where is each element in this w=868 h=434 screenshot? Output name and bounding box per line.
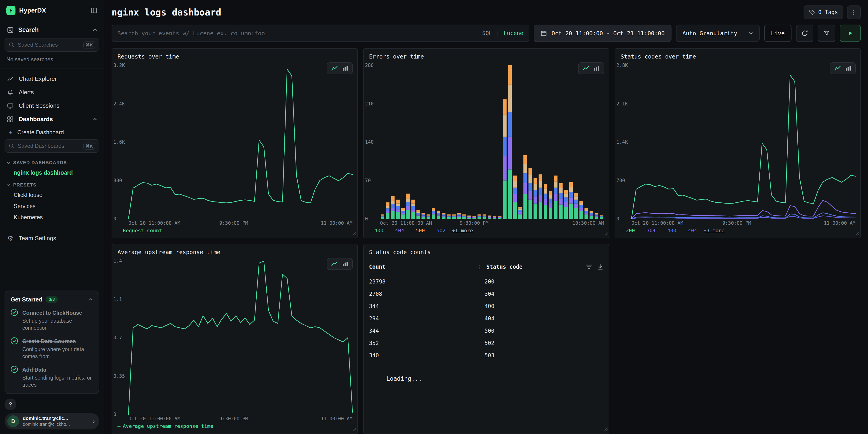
sidebar-item-kubernetes[interactable]: Kubernetes: [0, 212, 104, 223]
date-range-value: Oct 20 11:00:00 - Oct 21 11:00:00: [552, 30, 665, 37]
column-header-status-code[interactable]: Status code: [486, 264, 586, 270]
live-button[interactable]: Live: [764, 25, 792, 42]
lucene-toggle[interactable]: Lucene: [504, 30, 524, 36]
axis-label: 9:30:00 PM: [219, 416, 248, 422]
chevron-up-icon: [88, 297, 93, 302]
resize-handle[interactable]: [603, 228, 608, 237]
axis-label: 0: [616, 216, 619, 222]
user-menu[interactable]: D dominic.tran@clic... dominic.tran@clic…: [5, 413, 99, 429]
chart-type-toggle[interactable]: [327, 62, 353, 74]
event-search-box[interactable]: SQL | Lucene: [112, 25, 529, 42]
main-header: nginx logs dashboard 0 Tags ⋮: [112, 5, 861, 19]
create-dashboard-button[interactable]: + Create Dashboard: [0, 126, 104, 139]
line-chart-icon[interactable]: [583, 66, 589, 71]
granularity-select[interactable]: Auto Granularity: [676, 25, 760, 42]
avg-upstream-chart[interactable]: 00.350.71.11.4Oct 20 11:00:00 AM9:30:00 …: [112, 256, 357, 422]
filter-rows-icon[interactable]: [586, 264, 592, 270]
presets-group[interactable]: PRESETS: [0, 178, 104, 189]
tags-button[interactable]: 0 Tags: [804, 5, 843, 19]
filter-button[interactable]: [818, 25, 835, 42]
axis-label: 0.7: [114, 335, 122, 340]
axis-label: 0.35: [114, 373, 125, 379]
get-started-item[interactable]: Connect to ClickHouse Set up your databa…: [10, 308, 93, 332]
sidebar-item-clickhouse[interactable]: ClickHouse: [0, 189, 104, 200]
saved-dashboards-search[interactable]: ⌘K: [5, 139, 99, 153]
line-chart-icon[interactable]: [331, 261, 338, 267]
get-started-header[interactable]: Get Started 3/3: [10, 296, 93, 303]
sidebar-item-team-settings[interactable]: ⚙ Team Settings: [0, 230, 104, 246]
sidebar-item-services[interactable]: Services: [0, 200, 104, 212]
legend-item: —500: [410, 228, 425, 234]
saved-searches-search[interactable]: ⌘K: [5, 38, 99, 52]
sql-toggle[interactable]: SQL: [482, 30, 492, 36]
table-row: 352502: [364, 337, 609, 349]
get-started-item[interactable]: Create Data Sources Configure where your…: [10, 337, 93, 360]
refresh-button[interactable]: [796, 25, 813, 42]
check-circle-icon: [10, 337, 18, 345]
resize-handle[interactable]: [352, 424, 356, 433]
axis-label: 1.6K: [114, 140, 125, 145]
axis-label: Oct 20 11:00:00 AM: [631, 220, 683, 226]
requests-chart[interactable]: 08001.6K2.4K3.2KOct 20 11:00:00 AM9:30:0…: [112, 61, 357, 226]
group-label-text: SAVED DASHBOARDS: [13, 160, 67, 165]
sidebar-item-alerts[interactable]: Alerts: [0, 86, 104, 99]
date-range-picker[interactable]: Oct 20 11:00:00 - Oct 21 11:00:00: [534, 25, 672, 42]
event-search-input[interactable]: [118, 30, 478, 37]
axis-label: 0: [365, 216, 368, 222]
bar-chart-icon[interactable]: [342, 66, 348, 71]
saved-searches-input[interactable]: [18, 42, 80, 48]
bar-chart-icon[interactable]: [845, 66, 851, 71]
axis-label: 280: [365, 63, 374, 68]
sidebar-item-client-sessions[interactable]: Client Sessions: [0, 99, 104, 113]
resize-handle[interactable]: [603, 424, 608, 433]
download-icon[interactable]: [597, 264, 603, 270]
collapse-sidebar-icon[interactable]: [91, 7, 97, 14]
search-section-header[interactable]: Search: [0, 21, 104, 38]
legend-more-link[interactable]: +1 more: [452, 228, 473, 234]
bar-chart-icon[interactable]: [342, 261, 348, 267]
legend-item: —400: [662, 228, 676, 234]
refresh-icon: [801, 30, 808, 37]
line-chart-icon[interactable]: [331, 66, 338, 71]
sidebar-item-nginx-logs-dashboard[interactable]: nginx logs dashboard: [0, 167, 104, 178]
run-query-button[interactable]: [840, 25, 861, 42]
granularity-value: Auto Granularity: [682, 30, 737, 37]
sidebar-item-dashboards[interactable]: Dashboards: [0, 113, 104, 126]
status-codes-chart[interactable]: 07001.4K2.1K2.8KOct 20 11:00:00 AM9:30:0…: [615, 61, 860, 226]
check-circle-icon: [10, 309, 18, 316]
legend-item: —404: [683, 228, 697, 234]
panel-title: Average upstream response time: [112, 244, 357, 256]
count-cell: 344: [369, 303, 485, 309]
resize-handle[interactable]: [855, 228, 859, 237]
saved-dashboards-input[interactable]: [18, 143, 80, 149]
chart-legend: —Average upstream response time: [112, 422, 357, 434]
get-started-item[interactable]: Add Data Start sending logs, metrics, or…: [10, 365, 93, 389]
nav-label: Chart Explorer: [19, 75, 57, 83]
column-drag-handle[interactable]: ⋮: [477, 264, 482, 270]
column-header-count[interactable]: Count: [369, 264, 477, 270]
axis-label: 800: [114, 178, 122, 183]
legend-more-link[interactable]: +3 more: [703, 228, 724, 234]
chart-type-toggle[interactable]: [327, 258, 353, 270]
get-started-item-desc: Set up your database connection: [22, 317, 93, 332]
table-row: 340503: [364, 349, 609, 362]
help-button[interactable]: ?: [5, 399, 17, 410]
bar-chart-icon[interactable]: [594, 66, 599, 71]
kebab-icon: ⋮: [851, 9, 857, 16]
legend-item: —Average upstream response time: [118, 423, 213, 429]
get-started-item-desc: Start sending logs, metrics, or traces: [22, 374, 93, 389]
axis-label: 1.1: [114, 297, 122, 302]
sidebar-item-chart-explorer[interactable]: Chart Explorer: [0, 72, 104, 86]
get-started-title: Get Started: [10, 296, 42, 303]
chart-type-toggle[interactable]: [578, 62, 604, 74]
saved-dashboards-group[interactable]: SAVED DASHBOARDS: [0, 156, 104, 167]
resize-handle[interactable]: [352, 228, 356, 237]
more-options-button[interactable]: ⋮: [847, 5, 861, 19]
chart-type-toggle[interactable]: [830, 62, 856, 74]
play-icon: [847, 31, 853, 36]
errors-chart[interactable]: 070140210280Oct 20 11:00:00 AM9:30:00 PM…: [364, 61, 609, 226]
line-chart-icon[interactable]: [834, 66, 841, 71]
get-started-item-title: Add Data: [22, 367, 46, 373]
tags-label: 0 Tags: [818, 9, 838, 16]
axis-label: 700: [616, 178, 625, 183]
